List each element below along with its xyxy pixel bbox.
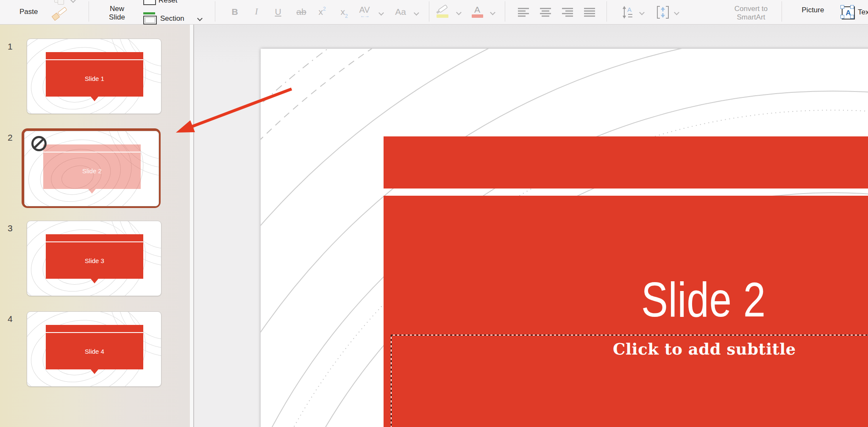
thumbnail-title: Slide 3 xyxy=(85,257,104,264)
slide-title-banner[interactable]: Slide 2 Click to add subtitle xyxy=(384,196,868,427)
ribbon-divider xyxy=(782,1,782,22)
picture-button[interactable]: Picture xyxy=(795,6,831,14)
convert-to-smartart-button[interactable]: Convert to SmartArt xyxy=(715,5,787,22)
ribbon-toolbar: Paste New Slide Reset Section B I U ab x… xyxy=(0,0,868,25)
justify-icon[interactable] xyxy=(584,8,595,17)
superscript-button[interactable]: x2 xyxy=(314,7,330,17)
subtitle-placeholder-text: Click to add subtitle xyxy=(391,340,868,358)
align-left-icon[interactable] xyxy=(518,8,529,17)
subtitle-placeholder[interactable]: Click to add subtitle xyxy=(391,335,868,427)
change-case-button[interactable]: Aa xyxy=(392,7,409,17)
ribbon-divider xyxy=(606,1,607,22)
highlight-chevron-icon[interactable] xyxy=(456,10,462,15)
slide-2-selection-ring[interactable]: Slide 2 xyxy=(22,128,161,208)
no-drop-icon xyxy=(31,136,47,151)
slide-editor-area: Slide 2 Click to add subtitle xyxy=(194,24,868,427)
slide-thumbnail-panel: 1 Slide 1 2 xyxy=(0,24,190,427)
change-case-chevron-icon[interactable] xyxy=(414,10,419,16)
text-direction-chevron-icon[interactable] xyxy=(674,10,679,15)
slide-3-thumbnail[interactable]: Slide 3 xyxy=(27,221,161,296)
slide-2-thumbnail[interactable]: Slide 2 xyxy=(24,131,159,206)
reset-icon[interactable] xyxy=(143,0,156,5)
text-direction-icon[interactable] xyxy=(656,5,670,19)
font-color-chevron-icon[interactable] xyxy=(490,10,495,15)
slide-4-thumbnail[interactable]: Slide 4 xyxy=(27,311,161,387)
italic-button[interactable]: I xyxy=(249,7,264,17)
align-center-icon[interactable] xyxy=(540,8,551,17)
subscript-button[interactable]: x2 xyxy=(337,7,352,18)
ribbon-divider xyxy=(429,1,429,22)
line-spacing-icon[interactable]: A xyxy=(621,5,636,19)
reset-button[interactable]: Reset xyxy=(159,0,177,5)
panel-gutter xyxy=(190,24,193,427)
paste-button[interactable]: Paste xyxy=(19,8,38,16)
slide-canvas[interactable]: Slide 2 Click to add subtitle xyxy=(261,49,868,427)
slide-1-thumbnail[interactable]: Slide 1 xyxy=(27,39,161,114)
thumbnail-title-banner: Slide 2 xyxy=(43,144,141,194)
slide-3-number: 3 xyxy=(8,223,19,233)
section-icon-frame[interactable] xyxy=(143,16,157,25)
thumbnail-title-banner: Slide 4 xyxy=(46,325,143,374)
line-spacing-chevron-icon[interactable] xyxy=(639,10,645,15)
slide-2-number: 2 xyxy=(8,133,19,143)
align-right-icon[interactable] xyxy=(562,8,573,17)
underline-button[interactable]: U xyxy=(270,7,286,17)
character-spacing-button[interactable]: AV ←→ xyxy=(356,6,373,18)
paste-options-chevron-icon[interactable] xyxy=(70,0,76,3)
thumbnail-title: Slide 4 xyxy=(85,348,104,355)
thumbnail-title-banner: Slide 3 xyxy=(46,234,143,283)
character-spacing-chevron-icon[interactable] xyxy=(378,10,384,16)
thumbnail-title: Slide 2 xyxy=(82,167,102,175)
placeholder-border-top xyxy=(391,335,868,336)
slide-top-strip[interactable] xyxy=(384,136,868,189)
text-box-button[interactable]: Tex xyxy=(858,8,868,17)
strikethrough-button[interactable]: ab xyxy=(292,7,310,17)
svg-text:A: A xyxy=(627,6,632,13)
section-icon[interactable] xyxy=(143,12,155,14)
slide-1-number: 1 xyxy=(8,42,19,52)
ribbon-divider xyxy=(89,1,89,22)
section-chevron-icon[interactable] xyxy=(197,16,203,21)
thumbnail-title-banner: Slide 1 xyxy=(46,52,143,101)
new-slide-button[interactable]: New Slide xyxy=(101,5,133,22)
ribbon-divider xyxy=(505,1,505,22)
slide-title[interactable]: Slide 2 xyxy=(441,275,868,324)
section-button[interactable]: Section xyxy=(160,14,184,23)
thumbnail-title: Slide 1 xyxy=(85,75,104,82)
slide-4-number: 4 xyxy=(8,314,19,324)
bold-button[interactable]: B xyxy=(227,7,242,17)
ribbon-divider xyxy=(215,1,215,22)
